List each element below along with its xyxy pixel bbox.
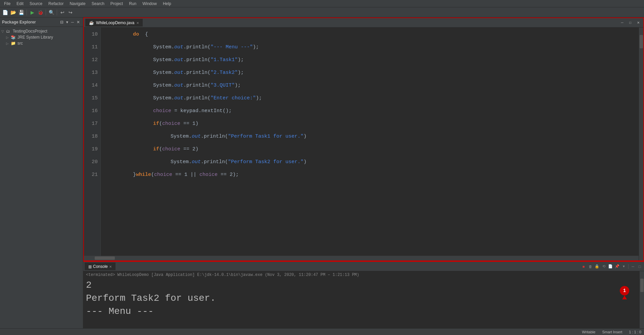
console-open-file-btn[interactable]: 📄 (607, 264, 613, 270)
tree-src[interactable]: ▷ 📁 src (0, 40, 83, 46)
editor-tab-whileloop[interactable]: ☕ WhileLoopDemo.java ✕ (85, 19, 143, 27)
editor-minimize-btn[interactable]: ─ (618, 19, 626, 27)
menu-source[interactable]: Source (27, 1, 45, 7)
toolbar-search-btn[interactable]: 🔍 (48, 9, 55, 16)
console-word-wrap-btn[interactable]: ⟲ (601, 264, 607, 270)
console-tabs-left: ▥ Console ✕ (85, 262, 116, 270)
code-line-19: if(choice == 2) (106, 143, 633, 156)
console-icon: ▥ (88, 265, 92, 269)
menu-project[interactable]: Project (108, 1, 126, 7)
line-numbers: 10 11 12 13 14 15 16 17 18 19 20 21 (84, 28, 101, 256)
ln-21: 21 (87, 169, 98, 181)
code-content[interactable]: do { System.out.println("--- Menu ---"); (101, 28, 639, 256)
ln-13: 13 (87, 66, 98, 79)
toolbar-redo-btn[interactable]: ↪ (67, 9, 74, 16)
console-content: <terminated> WhileLoopDemo [Java Applica… (83, 271, 639, 328)
tree-project[interactable]: ▽ 🗂 TestingDocsProject (0, 28, 83, 34)
code-line-14: System.out.println("3.QUIT"); (106, 79, 633, 92)
tab-close-btn[interactable]: ✕ (136, 21, 139, 25)
tree-arrow-project: ▽ (1, 30, 6, 33)
toolbar-sep-2 (46, 9, 46, 15)
ln-12: 12 (87, 54, 98, 66)
ln-19: 19 (87, 143, 98, 156)
menu-run[interactable]: Run (126, 1, 139, 7)
jre-icon: 📚 (11, 35, 16, 40)
ln-16: 16 (87, 105, 98, 117)
toolbar-new-btn[interactable]: 📄 (1, 9, 9, 16)
toolbar-undo-btn[interactable]: ↩ (59, 9, 66, 16)
console-stop-btn[interactable]: ■ (581, 264, 587, 270)
toolbar-run-btn[interactable]: ▶ (29, 9, 36, 16)
pe-tree: ▽ 🗂 TestingDocsProject ▷ 📚 JRE System Li… (0, 27, 83, 328)
console-minimize-btn[interactable]: ─ (630, 264, 636, 270)
code-line-20: System.out.println("Perform Task2 for us… (106, 156, 633, 169)
editor-vscroll-thumb[interactable] (640, 35, 643, 48)
console-tab-label: Console (93, 264, 108, 269)
tree-arrow-jre: ▷ (6, 36, 11, 39)
menu-help[interactable]: Help (160, 1, 174, 7)
editor-close-btn[interactable]: ✕ (635, 19, 642, 27)
console-vscroll[interactable] (639, 271, 644, 328)
code-line-11: System.out.println("--- Menu ---"); (106, 41, 633, 54)
console-tab-close[interactable]: ✕ (109, 265, 112, 269)
code-line-21: }while(choice == 1 || choice == 2); (106, 169, 633, 181)
console-maximize-btn[interactable]: □ (637, 264, 643, 270)
pe-title: Package Explorer (2, 20, 36, 25)
toolbar-save-btn[interactable]: 💾 (17, 9, 25, 16)
code-editor[interactable]: 10 11 12 13 14 15 16 17 18 19 20 21 (84, 28, 639, 256)
hscroll-left (84, 256, 94, 260)
menu-window[interactable]: Window (140, 1, 159, 7)
toolbar-sep-1 (27, 9, 27, 15)
annotation-arrow (622, 295, 627, 299)
code-line-13: System.out.println("2.Task2"); (106, 66, 633, 79)
kw-do: do (133, 28, 139, 41)
console-terminated-text: <terminated> WhileLoopDemo [Java Applica… (86, 273, 616, 277)
code-line-10: do { (106, 28, 633, 41)
main-layout: Package Explorer ⊟ ▾ ─ ✕ ▽ 🗂 TestingDocs… (0, 17, 644, 328)
editor-maximize-btn[interactable]: □ (627, 19, 634, 27)
tree-jre[interactable]: ▷ 📚 JRE System Library (0, 34, 83, 40)
console-scroll-lock-btn[interactable]: 🔒 (594, 264, 600, 270)
editor-window-btns: ─ □ ✕ (618, 19, 642, 27)
toolbar-debug-btn[interactable]: 🐞 (37, 9, 44, 16)
status-bar: Writable Smart Insert 1 : 1 : 0 (0, 328, 644, 335)
toolbar-open-btn[interactable]: 📂 (9, 9, 17, 16)
code-line-18: System.out.println("Perform Task1 for us… (106, 130, 633, 143)
status-smart-insert: Smart Insert (602, 330, 622, 334)
annotation-label: 1 (623, 288, 626, 293)
console-clear-btn[interactable]: 🗑 (587, 264, 593, 270)
menu-file[interactable]: File (1, 1, 13, 7)
menu-edit[interactable]: Edit (14, 1, 26, 7)
pe-close-btn[interactable]: ✕ (76, 19, 81, 25)
code-line-15: System.out.println("Enter choice:"); (106, 92, 633, 105)
editor-hscroll[interactable] (84, 256, 639, 260)
console-tab[interactable]: ▥ Console ✕ (85, 262, 116, 270)
tree-jre-label: JRE System Library (17, 35, 53, 40)
tree-arrow-src: ▷ (6, 42, 11, 45)
menu-search[interactable]: Search (89, 1, 107, 7)
code-line-17: if(choice == 1) (106, 117, 633, 130)
pe-collapse-btn[interactable]: ⊟ (59, 19, 64, 25)
pe-minimize-btn[interactable]: ─ (70, 19, 75, 25)
console-output-task2: Perform Task2 for user. (86, 292, 616, 305)
console-vscroll-thumb[interactable] (640, 279, 644, 292)
tree-project-label: TestingDocsProject (13, 29, 47, 34)
console-menu-btn[interactable]: ▾ (621, 264, 627, 270)
menu-refactor[interactable]: Refactor (46, 1, 66, 7)
editor-area: ☕ WhileLoopDemo.java ✕ ─ □ ✕ 10 (83, 17, 644, 261)
console-pin-btn[interactable]: 📌 (614, 264, 620, 270)
annotation-area: 1 (616, 273, 637, 327)
hscroll-thumb[interactable] (95, 256, 115, 260)
code-line-12: System.out.println("1.Task1"); (106, 54, 633, 66)
console-sep (628, 264, 629, 269)
toolbar: 📄 📂 💾 ▶ 🐞 🔍 ↩ ↪ (0, 7, 644, 17)
annotation-wrapper: 1 (620, 286, 629, 295)
menu-navigate[interactable]: Navigate (67, 1, 88, 7)
pe-menu-btn[interactable]: ▾ (65, 19, 69, 25)
ln-15: 15 (87, 92, 98, 105)
editor-vscroll[interactable] (639, 28, 643, 260)
ln-17: 17 (87, 117, 98, 130)
editor-tabs: ☕ WhileLoopDemo.java ✕ ─ □ ✕ (84, 18, 643, 28)
menu-bar: File Edit Source Refactor Navigate Searc… (0, 0, 644, 7)
ln-20: 20 (87, 156, 98, 169)
